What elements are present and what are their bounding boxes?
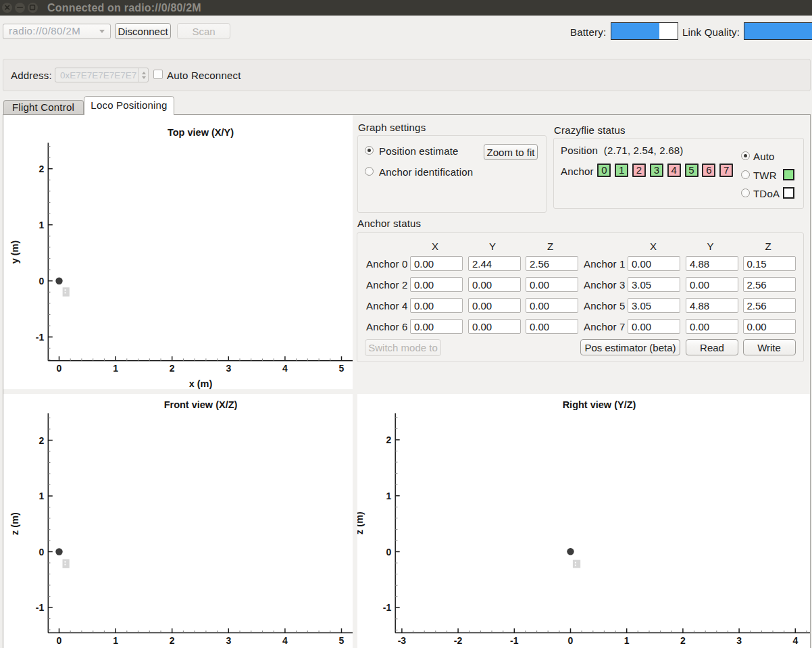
svg-text:0: 0 [568,635,574,646]
svg-text:1: 1 [624,635,630,646]
svg-text:2: 2 [39,164,45,174]
svg-text:-3: -3 [398,635,407,646]
svg-text:5: 5 [339,635,345,646]
svg-text:Top view (X/Y): Top view (X/Y) [168,127,234,138]
svg-text:Front view (X/Z): Front view (X/Z) [164,399,238,410]
svg-text:3: 3 [226,635,231,646]
svg-text:1: 1 [113,363,118,374]
svg-text:-2: -2 [454,635,463,646]
svg-text:4: 4 [282,363,288,374]
svg-text:0: 0 [57,635,62,646]
svg-text:1: 1 [113,635,118,646]
svg-text:2: 2 [680,635,686,646]
svg-text:-1: -1 [36,602,45,613]
svg-text:-1: -1 [36,332,45,343]
svg-text:4: 4 [792,635,798,646]
svg-text:x (m): x (m) [189,378,213,389]
svg-text:-1: -1 [510,635,519,646]
svg-text:0: 0 [57,363,62,374]
svg-text:2: 2 [39,435,45,446]
svg-text:Right view (Y/Z): Right view (Y/Z) [563,399,636,410]
svg-text:2: 2 [170,363,175,374]
svg-text:0: 0 [386,547,391,557]
svg-text:0: 0 [39,276,45,286]
svg-text:y (m): y (m) [9,241,20,264]
svg-text:1: 1 [39,220,45,230]
svg-text:z (m): z (m) [357,512,365,534]
svg-text:z (m): z (m) [9,512,20,535]
svg-text:4: 4 [282,635,288,646]
svg-text:2: 2 [170,635,175,646]
svg-text:1: 1 [39,491,45,501]
svg-text:-1: -1 [383,602,392,613]
svg-text:0: 0 [39,547,45,557]
svg-text:3: 3 [226,363,231,374]
svg-text:2: 2 [386,434,391,445]
svg-text:1: 1 [386,491,391,501]
svg-text:5: 5 [339,363,345,374]
svg-text:3: 3 [736,635,742,646]
